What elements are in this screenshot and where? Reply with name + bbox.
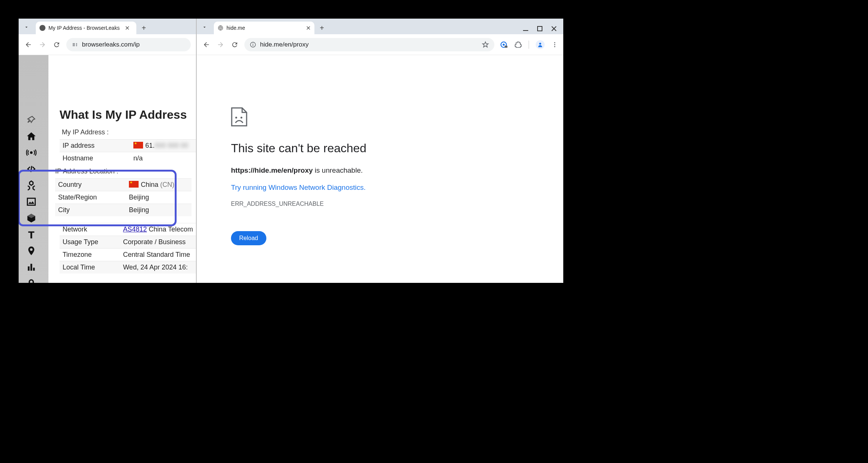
table-row: State/Region Beijing xyxy=(55,191,191,204)
menu-icon[interactable] xyxy=(551,41,558,48)
bookmark-icon[interactable] xyxy=(482,41,489,48)
side-nav xyxy=(19,118,44,283)
svg-rect-6 xyxy=(253,44,253,46)
table-row: Hostname n/a xyxy=(60,152,196,165)
section-location-label: IP Address Location : xyxy=(55,167,196,175)
info-icon[interactable] xyxy=(250,41,256,48)
usage-key: Usage Type xyxy=(60,236,120,249)
asn-link[interactable]: AS4812 xyxy=(123,226,147,233)
new-tab-button[interactable]: + xyxy=(139,23,149,33)
forward-button[interactable] xyxy=(216,40,225,49)
tz-key: Timezone xyxy=(60,249,120,261)
close-window-button[interactable] xyxy=(551,26,557,31)
svg-rect-3 xyxy=(523,30,528,31)
address-bar[interactable]: browserleaks.com/ip xyxy=(66,38,191,51)
tab-active[interactable]: My IP Address - BrowserLeaks ✕ xyxy=(36,22,136,34)
svg-rect-10 xyxy=(505,45,507,48)
table-row: Local Time Wed, 24 Apr 2024 16: xyxy=(60,261,196,274)
flag-icon xyxy=(133,142,143,149)
network-value: AS4812 China Telecom xyxy=(120,223,196,236)
profile-avatar[interactable] xyxy=(536,40,545,49)
window-controls xyxy=(523,26,557,31)
tz-value: Central Standard Time xyxy=(120,249,196,261)
tab-title: My IP Address - BrowserLeaks xyxy=(48,25,120,31)
extension-eye-icon[interactable] xyxy=(500,41,508,49)
location-table: Country China (CN) State/Region Beijing … xyxy=(55,178,191,216)
pin-icon[interactable] xyxy=(26,115,37,125)
forward-button[interactable] xyxy=(38,40,47,49)
table-row: Timezone Central Standard Time xyxy=(60,249,196,261)
state-value: Beijing xyxy=(126,191,191,204)
extensions-icon[interactable] xyxy=(514,41,522,48)
toolbar: hide.me/en/proxy xyxy=(197,34,563,55)
state-key: State/Region xyxy=(55,191,126,204)
svg-rect-4 xyxy=(538,26,542,31)
country-value: China (CN) xyxy=(126,179,191,191)
chart-icon[interactable] xyxy=(26,262,37,272)
diagnostics-link[interactable]: Try running Windows Network Diagnostics. xyxy=(231,183,533,192)
canvas-icon[interactable] xyxy=(26,180,37,191)
site-settings-icon[interactable] xyxy=(72,41,78,48)
city-key: City xyxy=(55,204,126,217)
svg-point-16 xyxy=(241,117,243,119)
maximize-button[interactable] xyxy=(537,26,542,31)
tab-strip: My IP Address - BrowserLeaks ✕ + xyxy=(19,19,196,34)
browser-window-left: My IP Address - BrowserLeaks ✕ + browser… xyxy=(19,19,197,283)
local-value: Wed, 24 Apr 2024 16: xyxy=(120,261,196,274)
page-content-left: BRowseRLeaks xyxy=(19,55,196,283)
tab-title: hide.me xyxy=(226,25,245,31)
browser-window-right: hide.me ✕ + xyxy=(197,19,563,283)
table-row: IP address 61.000 000 00 xyxy=(60,140,196,152)
broadcast-icon[interactable] xyxy=(26,147,37,158)
svg-rect-7 xyxy=(253,43,253,44)
back-button[interactable] xyxy=(202,40,211,49)
error-page-icon xyxy=(231,107,533,127)
local-key: Local Time xyxy=(60,261,120,274)
reload-page-button[interactable]: Reload xyxy=(231,231,266,245)
close-tab-icon[interactable]: ✕ xyxy=(306,25,311,32)
flag-icon xyxy=(129,181,139,188)
svg-point-9 xyxy=(503,44,505,46)
table-row: City Beijing xyxy=(55,204,191,217)
page-content-right: This site can't be reached https://hide.… xyxy=(197,55,563,283)
cube-icon[interactable] xyxy=(26,213,37,223)
address-bar[interactable]: hide.me/en/proxy xyxy=(244,38,494,51)
text-icon[interactable] xyxy=(26,229,37,240)
country-key: Country xyxy=(55,179,126,191)
minimize-button[interactable] xyxy=(523,26,528,31)
table-row: Country China (CN) xyxy=(55,179,191,191)
table-row: Network AS4812 China Telecom xyxy=(60,223,196,236)
page-heading: What Is My IP Address xyxy=(60,108,196,122)
usage-value: Corporate / Business xyxy=(120,236,196,249)
ip-key: IP address xyxy=(60,140,130,152)
svg-point-14 xyxy=(554,46,555,47)
home-icon[interactable] xyxy=(26,131,37,141)
network-key: Network xyxy=(60,223,120,236)
image-icon[interactable] xyxy=(26,197,37,207)
ip-table: IP address 61.000 000 00 Hostname n/a xyxy=(60,139,196,165)
reload-button[interactable] xyxy=(230,40,239,49)
globe-icon xyxy=(218,25,224,31)
error-title: This site can't be reached xyxy=(231,141,533,155)
svg-point-11 xyxy=(539,42,541,44)
city-value: Beijing xyxy=(126,204,191,217)
new-tab-button[interactable]: + xyxy=(317,23,327,33)
code-icon[interactable] xyxy=(26,164,37,174)
svg-rect-1 xyxy=(28,198,35,205)
favicon-icon xyxy=(39,25,45,31)
svg-point-12 xyxy=(554,42,555,43)
reload-button[interactable] xyxy=(52,40,61,49)
lock-icon[interactable] xyxy=(26,278,37,283)
error-code: ERR_ADDRESS_UNREACHABLE xyxy=(231,201,533,207)
tab-strip: hide.me ✕ + xyxy=(197,19,563,34)
close-tab-icon[interactable]: ✕ xyxy=(125,25,130,32)
url-text: browserleaks.com/ip xyxy=(82,41,140,48)
hostname-key: Hostname xyxy=(60,152,130,165)
toolbar: browserleaks.com/ip xyxy=(19,34,196,55)
tab-search-dropdown[interactable] xyxy=(200,22,209,32)
location-icon[interactable] xyxy=(26,246,37,256)
back-button[interactable] xyxy=(24,40,33,49)
table-row: Usage Type Corporate / Business xyxy=(60,236,196,249)
tab-search-dropdown[interactable] xyxy=(22,22,31,32)
tab-active[interactable]: hide.me ✕ xyxy=(214,22,314,34)
